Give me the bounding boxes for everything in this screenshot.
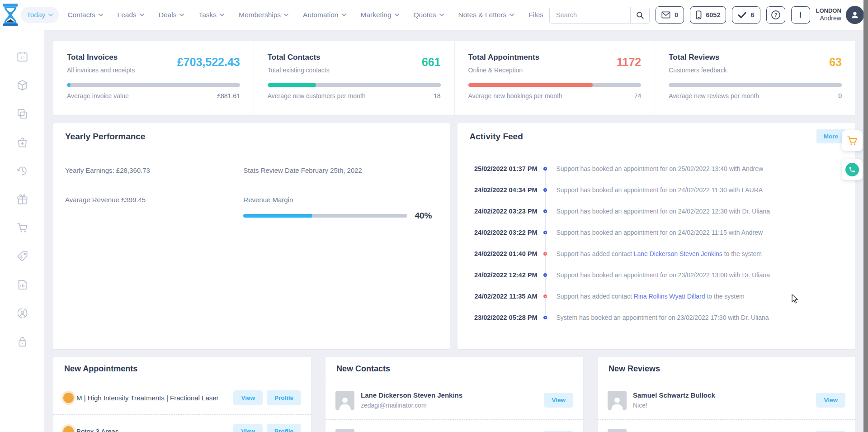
calendar-icon[interactable]: 12 <box>16 51 28 63</box>
feed-contact-link[interactable]: Lane Dickerson Steven Jenkins <box>634 250 722 257</box>
more-button[interactable]: More <box>816 129 845 143</box>
profile-button[interactable]: Profile <box>267 424 301 432</box>
appointment-avatar <box>63 426 74 432</box>
stat-value: 63 <box>829 56 842 69</box>
svg-text:12: 12 <box>20 56 24 60</box>
cart-icon[interactable] <box>16 222 28 234</box>
mail-icon <box>661 11 670 19</box>
view-button[interactable]: View <box>233 390 263 405</box>
user-location: LONDON <box>816 7 841 14</box>
nav-item-contacts[interactable]: Contacts <box>61 7 108 23</box>
view-button[interactable]: View <box>816 393 845 408</box>
feed-time: 24/02/2022 11:35 AM <box>469 293 537 300</box>
feed-time: 23/02/2022 05:28 PM <box>469 314 537 321</box>
mail-counter-button[interactable]: 0 <box>656 6 684 24</box>
search-box <box>549 7 650 24</box>
left-sidebar: 12 <box>0 30 44 432</box>
info-button[interactable]: i <box>791 6 810 24</box>
nav-item-today[interactable]: Today <box>21 7 59 23</box>
nav-item-automation[interactable]: Automation <box>297 7 352 23</box>
user-menu[interactable]: LONDON Andrew <box>816 6 864 24</box>
search-input[interactable] <box>550 7 630 23</box>
timeline-marker-icon <box>543 273 547 277</box>
nav-label: Leads <box>118 11 137 19</box>
nav-label: Deals <box>159 11 177 19</box>
feed-item: 24/02/2022 03:22 PM Support has booked a… <box>469 222 846 243</box>
nav-label: Memberships <box>239 11 281 19</box>
feed-item: 25/02/2022 01:37 PM Support has booked a… <box>469 158 846 179</box>
nav-label: Quotes <box>414 11 436 19</box>
tasks-counter-button[interactable]: 6 <box>732 6 760 24</box>
stat-bottom-value: 74 <box>634 92 642 100</box>
nav-item-tasks[interactable]: Tasks <box>193 7 230 23</box>
yearly-earnings: Yearly Earnings: £28,360.73 <box>65 166 243 174</box>
header-actions: 0 6052 6 ? i LONDON <box>549 6 868 24</box>
timeline-marker-icon <box>543 294 547 298</box>
progress-track <box>669 83 842 87</box>
nav-item-deals[interactable]: Deals <box>153 7 190 23</box>
price-tag-icon[interactable]: $ <box>16 250 28 262</box>
stat-card-reviews: Total Reviews Customers feedback 63 Aver… <box>655 41 855 115</box>
reviewer-avatar <box>608 429 627 432</box>
contact-avatar <box>335 429 354 432</box>
feed-text-part: Support has booked an appointment for on… <box>556 271 769 279</box>
stat-title: Total Invoices <box>67 53 135 62</box>
feed-contact-link[interactable]: Rina Rollins Wyatt Dillard <box>634 293 705 300</box>
package-icon[interactable] <box>16 79 28 91</box>
bag-icon[interactable] <box>16 136 28 148</box>
timeline-marker-icon <box>543 167 547 171</box>
contact-row: Lane Dickerson Steven Jenkins zedagi@mai… <box>326 381 583 419</box>
feed-text-part: Support has booked an appointment for on… <box>556 186 763 194</box>
user-names: LONDON Andrew <box>816 7 841 23</box>
progress-track <box>268 83 441 87</box>
reviewer-avatar <box>608 391 627 410</box>
stat-value: 1172 <box>617 56 641 69</box>
stat-card-appointments: Total Appointments Online & Reception 11… <box>455 41 656 115</box>
nav-label: Tasks <box>198 11 217 19</box>
tasks-count: 6 <box>750 11 754 19</box>
phone-icon <box>696 10 702 19</box>
user-name: Andrew <box>816 14 841 23</box>
profile-button[interactable]: Profile <box>267 390 301 405</box>
view-button[interactable]: View <box>544 393 573 408</box>
feed-text: Support has booked an appointment for on… <box>556 186 763 194</box>
cart-floating-button[interactable] <box>842 130 863 151</box>
progress-fill <box>268 83 316 87</box>
report-icon[interactable] <box>16 279 28 291</box>
appointment-title: M | High Intensity Treatments | Fraction… <box>76 394 229 402</box>
view-button[interactable]: View <box>233 424 263 432</box>
nav-item-quotes[interactable]: Quotes <box>408 7 450 23</box>
vertical-scrollbar[interactable] <box>863 0 868 432</box>
stat-bottom-label: Average new customers per month <box>268 92 366 100</box>
nav-item-files[interactable]: Files <box>523 7 549 23</box>
revenue-margin-track <box>243 214 407 218</box>
account-icon[interactable] <box>16 307 28 319</box>
avatar[interactable] <box>846 6 864 24</box>
nav-item-marketing[interactable]: Marketing <box>355 7 405 23</box>
contact-name: Lane Dickerson Steven Jenkins <box>361 390 540 401</box>
call-floating-button[interactable] <box>842 159 863 180</box>
timeline-marker-icon <box>543 209 547 213</box>
app-logo[interactable] <box>0 3 21 27</box>
average-revenue: Avarage Revenue £399.45 <box>65 196 243 204</box>
progress-fill <box>468 83 593 87</box>
lock-icon[interactable] <box>16 336 28 348</box>
copy-icon[interactable] <box>16 108 28 120</box>
nav-item-notes-letters[interactable]: Notes & Letters <box>453 7 520 23</box>
chevron-down-icon <box>284 13 288 17</box>
stat-bottom-label: Average invoice value <box>67 92 129 100</box>
gift-icon[interactable] <box>16 193 28 205</box>
phone-counter-button[interactable]: 6052 <box>690 6 726 24</box>
nav-item-memberships[interactable]: Memberships <box>233 7 294 23</box>
history-icon[interactable] <box>16 165 28 177</box>
nav-item-leads[interactable]: Leads <box>112 7 150 23</box>
stat-value: £703,522.43 <box>177 56 240 69</box>
help-icon: ? <box>771 10 781 20</box>
feed-item: 24/02/2022 03:23 PM Support has booked a… <box>469 200 846 222</box>
svg-text:?: ? <box>774 12 777 18</box>
stat-bottom-label: Average new bookings per month <box>468 92 562 100</box>
chevron-down-icon <box>509 13 514 17</box>
search-button[interactable] <box>630 7 649 23</box>
stat-title: Total Reviews <box>669 53 726 62</box>
help-button[interactable]: ? <box>766 6 785 24</box>
